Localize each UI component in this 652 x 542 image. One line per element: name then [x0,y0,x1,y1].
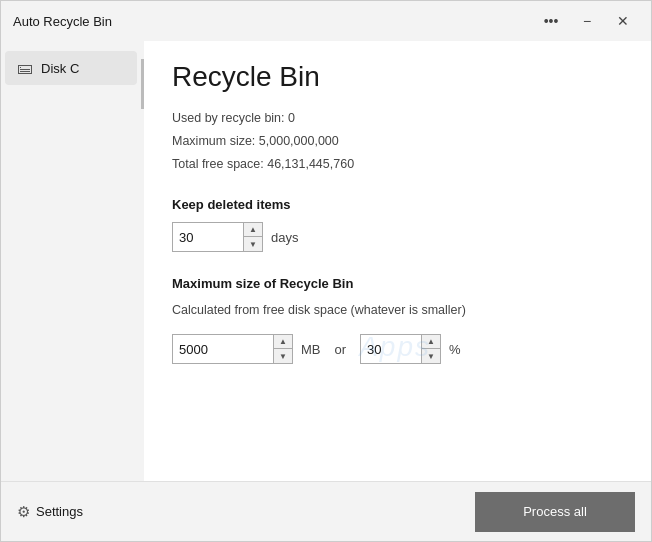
maximum-size-info: Maximum size: 5,000,000,000 [172,132,623,151]
more-button[interactable]: ••• [535,5,567,37]
title-bar-controls: ••• − ✕ [535,5,639,37]
title-bar: Auto Recycle Bin ••• − ✕ [1,1,651,41]
used-by-recycle-bin-info: Used by recycle bin: 0 [172,109,623,128]
keep-deleted-down-arrow[interactable]: ▼ [244,237,262,251]
max-size-description: Calculated from free disk space (whateve… [172,301,623,320]
settings-icon: ⚙ [17,503,30,521]
app-title: Auto Recycle Bin [13,14,112,29]
percent-up-arrow[interactable]: ▲ [422,335,440,349]
mb-unit: MB [301,342,321,357]
settings-label: Settings [36,504,83,519]
keep-deleted-spinner: ▲ ▼ [172,222,263,252]
total-free-space-info: Total free space: 46,131,445,760 [172,155,623,174]
percent-arrows: ▲ ▼ [421,335,440,363]
content-area: Apps Recycle Bin Used by recycle bin: 0 … [144,41,651,481]
percent-input[interactable] [361,335,421,363]
keep-deleted-input[interactable] [173,223,243,251]
sidebar-item-disk-c[interactable]: 🖴 Disk C [5,51,137,85]
max-size-spinner-group: ▲ ▼ MB or ▲ ▼ % [172,334,623,364]
main-content: 🖴 Disk C Apps Recycle Bin Used by recycl… [1,41,651,481]
max-size-section-title: Maximum size of Recycle Bin [172,276,623,291]
keep-deleted-unit: days [271,230,298,245]
close-button[interactable]: ✕ [607,5,639,37]
mb-up-arrow[interactable]: ▲ [274,335,292,349]
settings-link[interactable]: ⚙ Settings [17,503,83,521]
keep-deleted-arrows: ▲ ▼ [243,223,262,251]
keep-deleted-section-title: Keep deleted items [172,197,623,212]
disk-icon: 🖴 [17,59,33,77]
sidebar: 🖴 Disk C [1,41,141,481]
mb-input[interactable] [173,335,273,363]
keep-deleted-spinner-group: ▲ ▼ days [172,222,623,252]
sidebar-item-label: Disk C [41,61,79,76]
or-label: or [335,342,347,357]
mb-spinner: ▲ ▼ [172,334,293,364]
percent-spinner: ▲ ▼ [360,334,441,364]
keep-deleted-up-arrow[interactable]: ▲ [244,223,262,237]
mb-down-arrow[interactable]: ▼ [274,349,292,363]
process-all-button[interactable]: Process all [475,492,635,532]
mb-arrows: ▲ ▼ [273,335,292,363]
percent-down-arrow[interactable]: ▼ [422,349,440,363]
minimize-button[interactable]: − [571,5,603,37]
page-title: Recycle Bin [172,61,623,93]
bottom-bar: ⚙ Settings Process all [1,481,651,541]
title-bar-left: Auto Recycle Bin [13,14,112,29]
percent-unit: % [449,342,461,357]
